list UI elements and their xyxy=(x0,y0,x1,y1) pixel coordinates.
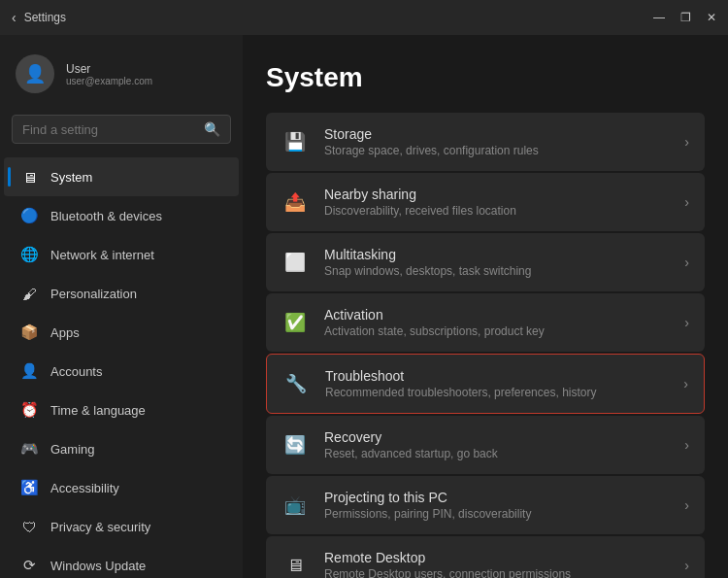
setting-desc-troubleshoot: Recommended troubleshooters, preferences… xyxy=(325,386,596,399)
setting-icon-activation: ✅ xyxy=(281,309,309,336)
setting-title-storage: Storage xyxy=(324,126,539,142)
settings-item-recovery[interactable]: 🔄 Recovery Reset, advanced startup, go b… xyxy=(266,416,705,474)
setting-icon-multitasking: ⬜ xyxy=(281,249,309,276)
nav-label-gaming: Gaming xyxy=(50,442,95,457)
nav-icon-personalization: 🖌 xyxy=(19,284,39,303)
setting-title-remote-desktop: Remote Desktop xyxy=(324,550,571,565)
chevron-icon-nearby-sharing: › xyxy=(684,194,689,210)
nav-icon-accounts: 👤 xyxy=(19,361,39,381)
close-button[interactable]: ✕ xyxy=(707,11,716,24)
setting-title-recovery: Recovery xyxy=(324,429,498,445)
maximize-button[interactable]: ❐ xyxy=(680,11,691,24)
chevron-icon-multitasking: › xyxy=(684,255,689,270)
chevron-icon-storage: › xyxy=(684,134,689,150)
back-button[interactable]: ‹ xyxy=(12,10,17,25)
nav-icon-update: ⟳ xyxy=(19,556,39,575)
nav-icon-apps: 📦 xyxy=(19,323,39,342)
page-title: System xyxy=(266,62,705,93)
nav-label-system: System xyxy=(50,170,92,185)
avatar: 👤 xyxy=(16,54,54,93)
user-email: user@example.com xyxy=(66,76,152,86)
search-icon: 🔍 xyxy=(204,121,220,137)
sidebar-item-bluetooth[interactable]: 🔵 Bluetooth & devices xyxy=(4,196,239,235)
nav-icon-accessibility: ♿ xyxy=(19,478,39,497)
chevron-icon-remote-desktop: › xyxy=(684,558,689,573)
setting-icon-remote-desktop: 🖥 xyxy=(281,552,309,578)
setting-title-nearby-sharing: Nearby sharing xyxy=(324,187,516,202)
nav-label-accounts: Accounts xyxy=(50,364,102,379)
setting-desc-multitasking: Snap windows, desktops, task switching xyxy=(324,264,531,278)
settings-item-projecting[interactable]: 📺 Projecting to this PC Permissions, pai… xyxy=(266,476,705,534)
nav-icon-time: ⏰ xyxy=(19,400,39,420)
user-name: User xyxy=(66,62,152,76)
user-section[interactable]: 👤 User user@example.com xyxy=(0,47,243,109)
nav-label-update: Windows Update xyxy=(50,559,146,573)
nav-label-network: Network & internet xyxy=(50,248,154,262)
sidebar-item-network[interactable]: 🌐 Network & internet xyxy=(4,235,239,274)
main-content: System 💾 Storage Storage space, drives, … xyxy=(243,35,728,578)
sidebar-item-personalization[interactable]: 🖌 Personalization xyxy=(4,274,239,313)
nav-icon-system: 🖥 xyxy=(19,167,39,187)
settings-item-multitasking[interactable]: ⬜ Multitasking Snap windows, desktops, t… xyxy=(266,233,705,291)
setting-icon-nearby-sharing: 📤 xyxy=(281,188,309,216)
search-box[interactable]: 🔍 xyxy=(12,115,231,144)
sidebar: 👤 User user@example.com 🔍 🖥 System 🔵 Blu… xyxy=(0,35,243,578)
settings-item-troubleshoot[interactable]: 🔧 Troubleshoot Recommended troubleshoote… xyxy=(266,354,705,414)
nav-label-apps: Apps xyxy=(50,325,80,340)
app-title: Settings xyxy=(24,11,66,24)
search-input[interactable] xyxy=(22,122,196,137)
setting-icon-troubleshoot: 🔧 xyxy=(282,370,310,397)
nav-label-personalization: Personalization xyxy=(50,287,137,301)
sidebar-item-time[interactable]: ⏰ Time & language xyxy=(4,391,239,429)
chevron-icon-projecting: › xyxy=(684,497,689,513)
sidebar-item-update[interactable]: ⟳ Windows Update xyxy=(4,546,239,578)
setting-title-troubleshoot: Troubleshoot xyxy=(325,368,596,384)
chevron-icon-troubleshoot: › xyxy=(683,376,688,391)
setting-icon-storage: 💾 xyxy=(281,128,309,155)
sidebar-item-gaming[interactable]: 🎮 Gaming xyxy=(4,429,239,468)
nav-icon-bluetooth: 🔵 xyxy=(19,206,39,225)
setting-desc-storage: Storage space, drives, configuration rul… xyxy=(324,144,539,157)
setting-title-projecting: Projecting to this PC xyxy=(324,490,531,505)
nav-label-privacy: Privacy & security xyxy=(50,520,150,534)
nav-label-bluetooth: Bluetooth & devices xyxy=(50,209,162,223)
chevron-icon-recovery: › xyxy=(684,437,689,453)
sidebar-item-privacy[interactable]: 🛡 Privacy & security xyxy=(4,507,239,546)
setting-desc-remote-desktop: Remote Desktop users, connection permiss… xyxy=(324,567,571,578)
setting-icon-recovery: 🔄 xyxy=(281,431,309,459)
setting-icon-projecting: 📺 xyxy=(281,492,309,519)
nav-icon-privacy: 🛡 xyxy=(19,517,39,536)
setting-desc-nearby-sharing: Discoverability, received files location xyxy=(324,204,516,218)
titlebar: ‹ Settings — ❐ ✕ xyxy=(0,0,728,35)
setting-title-activation: Activation xyxy=(324,307,545,323)
nav-label-accessibility: Accessibility xyxy=(50,481,119,495)
nav-icon-gaming: 🎮 xyxy=(19,439,39,459)
nav-icon-network: 🌐 xyxy=(19,245,39,264)
setting-desc-recovery: Reset, advanced startup, go back xyxy=(324,447,498,460)
sidebar-item-system[interactable]: 🖥 System xyxy=(4,157,239,196)
sidebar-item-apps[interactable]: 📦 Apps xyxy=(4,313,239,352)
setting-desc-activation: Activation state, subscriptions, product… xyxy=(324,324,545,338)
settings-item-nearby-sharing[interactable]: 📤 Nearby sharing Discoverability, receiv… xyxy=(266,173,705,231)
settings-item-activation[interactable]: ✅ Activation Activation state, subscript… xyxy=(266,293,705,352)
settings-list: 💾 Storage Storage space, drives, configu… xyxy=(266,113,705,578)
settings-item-remote-desktop[interactable]: 🖥 Remote Desktop Remote Desktop users, c… xyxy=(266,536,705,578)
chevron-icon-activation: › xyxy=(684,315,689,330)
setting-title-multitasking: Multitasking xyxy=(324,247,531,262)
sidebar-item-accessibility[interactable]: ♿ Accessibility xyxy=(4,468,239,507)
minimize-button[interactable]: — xyxy=(653,11,665,24)
sidebar-item-accounts[interactable]: 👤 Accounts xyxy=(4,352,239,391)
nav-label-time: Time & language xyxy=(50,403,146,418)
settings-item-storage[interactable]: 💾 Storage Storage space, drives, configu… xyxy=(266,113,705,171)
setting-desc-projecting: Permissions, pairing PIN, discoverabilit… xyxy=(324,507,531,521)
